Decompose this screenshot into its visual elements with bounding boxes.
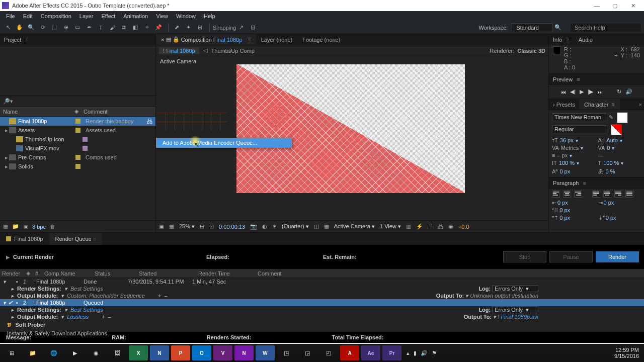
snapping-label[interactable]: Snapping [213, 25, 236, 31]
pause-button[interactable]: Pause [549, 251, 593, 262]
col-name[interactable]: Name [0, 109, 74, 115]
baseline[interactable]: 0 px [559, 168, 570, 174]
toggle-alpha-icon[interactable]: ▣ [159, 223, 164, 230]
col-label-icon[interactable]: ◈ [74, 108, 82, 115]
render-queue-list[interactable]: ▾▪1! Final 1080pDone7/30/2015, 9:54:11 P… [0, 278, 644, 332]
close-button[interactable]: ✕ [624, 0, 642, 11]
para-menu-icon[interactable]: ≡ [583, 180, 586, 186]
tab-comp-name[interactable]: Final 1080p [213, 37, 243, 43]
task-app1-icon[interactable]: ◳ [277, 345, 296, 360]
indent-right[interactable]: 0 px [604, 200, 614, 206]
audio-tab[interactable]: Audio [579, 37, 593, 43]
col-comment[interactable]: Comment [82, 109, 155, 115]
render-queue-tab[interactable]: Render Queue ≡ [49, 233, 103, 245]
rq-item[interactable]: ▾▪1! Final 1080pDone7/30/2015, 9:54:11 P… [0, 278, 644, 285]
tracking[interactable]: 0 [607, 145, 610, 151]
task-ppt-icon[interactable]: P [171, 345, 190, 360]
preview-tab[interactable]: Preview [553, 76, 573, 82]
vscale[interactable]: 100 % [559, 160, 575, 166]
menu-file[interactable]: File [6, 13, 15, 19]
font-family-select[interactable]: Times New Roman [552, 113, 607, 121]
stop-button[interactable]: Stop [503, 251, 546, 262]
hand-tool-icon[interactable]: ✋ [15, 23, 25, 33]
task-chrome-icon[interactable]: ◉ [87, 345, 106, 360]
last-frame-icon[interactable]: ⏭ [597, 89, 603, 95]
rotate-tool-icon[interactable]: ⟳ [38, 23, 48, 33]
brush-tool-icon[interactable]: 🖌 [107, 23, 117, 33]
mini-nav-next[interactable]: ThumbsUp Comp [211, 48, 255, 54]
text-tool-icon[interactable]: T [96, 23, 106, 33]
prev-frame-icon[interactable]: ◀| [570, 88, 576, 95]
search-help-input[interactable]: Search Help [571, 24, 641, 32]
tsume[interactable]: 0 % [606, 168, 615, 174]
project-item[interactable]: ▸Solids [0, 162, 155, 171]
effects-presets-tab[interactable]: › Presets [549, 102, 579, 108]
selection-tool-icon[interactable]: ↖ [3, 23, 13, 33]
task-ae-icon[interactable]: Ae [361, 345, 380, 360]
tray-flag-icon[interactable]: ⚑ [432, 350, 437, 356]
lock-icon[interactable]: 🔒 [173, 36, 180, 43]
taskbar-clock[interactable]: 12:59 PM9/15/2016 [614, 347, 642, 359]
pixel-ar-icon[interactable]: ▥ [406, 223, 411, 230]
snapshot-icon[interactable]: 📷 [250, 223, 257, 230]
folder-icon[interactable]: 📁 [12, 223, 19, 230]
comp-icon[interactable]: ▣ [23, 223, 28, 230]
camera-tool-icon[interactable]: ⬚ [49, 23, 59, 33]
snap-edge-icon[interactable]: ↗ [236, 23, 247, 33]
character-tab[interactable]: Character [584, 102, 608, 108]
close-panel-icon[interactable]: × [639, 102, 642, 108]
task-onenote2-icon[interactable]: N [234, 345, 254, 360]
leading[interactable]: Auto [606, 137, 618, 143]
project-item[interactable]: ThumbsUp Icon [0, 135, 155, 144]
puppet-tool-icon[interactable]: 📌 [153, 23, 164, 33]
indent-first[interactable]: 0 px [559, 207, 570, 213]
footage-tab[interactable]: Footage (none) [297, 34, 345, 45]
menu-layer[interactable]: Layer [79, 13, 94, 19]
render-button[interactable]: Render [596, 251, 639, 262]
first-frame-icon[interactable]: ⏮ [560, 89, 566, 95]
task-excel-icon[interactable]: X [129, 345, 148, 360]
rq-render-settings[interactable]: ▸Render Settings: ▾ Best SettingsLog: Er… [0, 285, 644, 292]
clone-tool-icon[interactable]: ⧉ [119, 23, 129, 33]
local-axis-icon[interactable]: ⬈ [172, 23, 182, 33]
menu-view[interactable]: View [156, 13, 168, 19]
project-item[interactable]: ▸Pre-CompsComps used [0, 153, 155, 162]
task-browser-icon[interactable]: 🌐 [44, 345, 63, 360]
info-menu-icon[interactable]: ≡ [566, 37, 569, 43]
mini-nav-back-icon[interactable]: ◁ [203, 47, 207, 54]
composition-viewport[interactable]: Active Camera Add to Adobe Media Encoder… [156, 56, 548, 220]
align-center-icon[interactable] [563, 191, 571, 198]
exposure-value[interactable]: +0.0 [458, 224, 469, 230]
font-size[interactable]: 36 px [560, 137, 574, 143]
stroke-swatch[interactable] [611, 124, 622, 135]
pen-tool-icon[interactable]: ✒ [84, 23, 94, 33]
menu-composition[interactable]: Composition [41, 13, 71, 19]
show-channel-icon[interactable]: ◐ [262, 223, 267, 230]
start-button[interactable]: ⊞ [2, 345, 21, 360]
loop-icon[interactable]: ↻ [617, 88, 621, 95]
justify-center-icon[interactable] [603, 191, 611, 198]
mute-icon[interactable]: 🔊 [625, 88, 632, 95]
transp-grid-icon[interactable]: ▦ [324, 223, 329, 230]
trash-icon[interactable]: 🗑 [50, 224, 55, 230]
close-tab-icon[interactable]: × [161, 37, 164, 43]
color-mgmt-icon[interactable]: ✶ [272, 223, 277, 230]
preview-menu-icon[interactable]: ≡ [577, 76, 580, 82]
space-after[interactable]: 0 px [606, 215, 616, 221]
timeline-icon[interactable]: ≣ [428, 223, 433, 230]
minimize-button[interactable]: — [588, 0, 606, 11]
resolution-dropdown[interactable]: (Quarter) ▾ [282, 223, 309, 230]
project-column-headers[interactable]: Name ◈ Comment [0, 107, 155, 117]
rq-output-module[interactable]: ▸Output Module: ▾ Lossless+ –Output To: … [0, 313, 644, 320]
indent-left[interactable]: 0 px [557, 200, 568, 206]
composition-canvas[interactable] [236, 64, 465, 193]
fast-preview-icon[interactable]: ⚡ [416, 223, 423, 230]
shape-tool-icon[interactable]: ▭ [72, 23, 83, 33]
comp-panel-menu-icon[interactable]: ≡ [248, 37, 251, 43]
tray-up-icon[interactable]: ▴ [407, 350, 410, 356]
justify-all-icon[interactable] [625, 191, 633, 198]
menu-help[interactable]: Help [204, 13, 215, 19]
bpc-toggle[interactable]: 8 bpc [32, 224, 46, 230]
tray-net-icon[interactable]: ▮ [414, 350, 417, 356]
align-left-icon[interactable] [552, 191, 560, 198]
